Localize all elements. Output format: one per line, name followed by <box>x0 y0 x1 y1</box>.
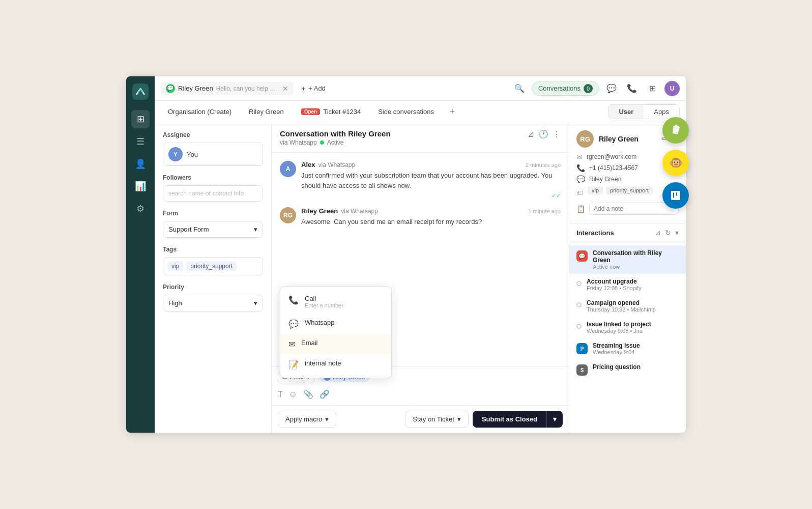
alex-avatar: A <box>280 161 296 177</box>
conversations-label: Conversations <box>538 84 581 92</box>
email-info-icon: ✉ <box>576 153 583 161</box>
active-tab[interactable]: 💬 Riley Green Hello, can you help me? ✕ <box>161 82 294 95</box>
internal-note-icon: 📝 <box>288 360 299 370</box>
add-tab-btn[interactable]: + <box>444 104 460 120</box>
tags-section: Tags vip priority_support <box>163 246 263 275</box>
search-btn[interactable]: 🔍 <box>511 80 528 97</box>
interaction-campaign[interactable]: Campaign opened Thursday 10:32 • Mailchi… <box>569 295 686 317</box>
interactions-expand-icon[interactable]: ▾ <box>675 229 679 237</box>
form-chevron-icon: ▾ <box>254 225 257 233</box>
interaction-account-upgrade[interactable]: Account upgrade Friday 12:08 • Shopify <box>569 274 686 295</box>
conversations-btn[interactable]: Conversations 0 <box>532 81 599 96</box>
interaction-streaming[interactable]: P Streaming issue Wednesday 9:04 <box>569 338 686 359</box>
call-option[interactable]: 📞 Call Enter a number <box>280 290 391 314</box>
tab-user-name: Riley Green <box>178 84 213 92</box>
message-row: A Alex via Whatsapp 2 minutes ago Just c… <box>280 161 561 199</box>
conversation-interaction-icon: 💬 <box>576 250 588 262</box>
form-select[interactable]: Support Form ▾ <box>163 221 263 238</box>
stay-on-ticket-btn[interactable]: Stay on Ticket ▾ <box>405 411 469 428</box>
interactions-header: Interactions ⊿ ↻ ▾ <box>569 223 686 242</box>
priority-select[interactable]: High ▾ <box>163 295 263 312</box>
interaction-pricing[interactable]: S Pricing question <box>569 359 686 380</box>
apps-right-tab[interactable]: Apps <box>644 105 679 119</box>
streaming-content: Streaming issue Wednesday 9:04 <box>593 342 679 355</box>
side-conversations-tab[interactable]: Side conversations <box>371 105 441 119</box>
app-logo[interactable] <box>132 83 149 100</box>
sidebar-contacts[interactable]: 👤 <box>131 155 150 173</box>
left-panel: Assignee Y You Followers search name or … <box>155 123 272 433</box>
user-tab-label: Riley Green <box>249 108 284 116</box>
riley-msg-time: 1 minute ago <box>528 208 561 214</box>
pricing-title: Pricing question <box>593 363 679 371</box>
text-format-icon[interactable]: T <box>278 390 283 399</box>
interactions-refresh-icon[interactable]: ↻ <box>665 229 671 237</box>
mailchimp-float-icon[interactable]: 🐵 <box>662 150 686 176</box>
tab-close-btn[interactable]: ✕ <box>282 84 288 93</box>
interaction-conversation[interactable]: 💬 Conversation with Riley Green Active n… <box>569 245 686 274</box>
sidebar-inbox[interactable]: ☰ <box>131 132 150 151</box>
account-upgrade-content: Account upgrade Friday 12:08 • Shopify <box>587 278 679 291</box>
conversation-channel: via Whatsapp <box>280 139 317 146</box>
trello-float-icon[interactable] <box>662 182 686 209</box>
msg-check-icon: ✓✓ <box>301 192 561 199</box>
interaction-issue[interactable]: Issue linked to project Wednesday 9:08 •… <box>569 317 686 338</box>
message-row: RG Riley Green via Whatsapp 1 minute ago… <box>280 207 561 227</box>
email-label: Email <box>301 339 318 347</box>
streaming-sub: Wednesday 9:04 <box>593 349 679 355</box>
apply-macro-btn[interactable]: Apply macro ▾ <box>278 411 336 428</box>
email-icon: ✉ <box>288 340 295 349</box>
sidebar-home[interactable]: ⊞ <box>131 110 150 128</box>
pricing-interaction-icon: S <box>576 364 588 376</box>
history-icon[interactable]: 🕐 <box>538 129 548 139</box>
campaign-content: Campaign opened Thursday 10:32 • Mailchi… <box>587 299 679 313</box>
ticket-tab[interactable]: Open Ticket #1234 <box>294 105 368 119</box>
attachment-icon[interactable]: 📎 <box>303 389 313 399</box>
org-tab-label: Organisation (Create) <box>168 108 231 116</box>
email-option[interactable]: ✉ Email <box>280 334 391 354</box>
grid-btn[interactable]: ⊞ <box>644 80 660 97</box>
org-tab[interactable]: Organisation (Create) <box>161 105 239 119</box>
whatsapp-info-icon: 💬 <box>576 175 585 183</box>
conversation-interaction-content: Conversation with Riley Green Active now <box>593 249 679 270</box>
tags-container: vip priority_support <box>163 257 263 275</box>
link-icon[interactable]: 🔗 <box>320 389 330 399</box>
campaign-sub: Thursday 10:32 • Mailchimp <box>587 306 679 313</box>
user-avatar[interactable]: U <box>664 81 680 96</box>
sidebar-settings[interactable]: ⚙ <box>131 200 150 218</box>
assignee-box[interactable]: Y You <box>163 143 263 166</box>
followers-input[interactable]: search name or contact info <box>163 185 263 202</box>
filter-icon[interactable]: ⊿ <box>528 129 534 139</box>
internal-note-option[interactable]: 📝 internal note <box>280 354 391 375</box>
more-icon[interactable]: ⋮ <box>553 129 561 139</box>
shopify-float-icon[interactable] <box>662 123 686 144</box>
interactions-filter-icon[interactable]: ⊿ <box>655 229 661 237</box>
internal-note-label: internal note <box>305 359 341 367</box>
conversation-status: Active <box>327 139 344 146</box>
emoji-icon[interactable]: ☺ <box>289 390 297 399</box>
submit-btn[interactable]: Submit as Closed ▾ <box>473 411 563 428</box>
submit-btn-arrow[interactable]: ▾ <box>547 411 563 428</box>
user-email: rgreen@work.com <box>587 153 636 160</box>
macro-chevron-icon: ▾ <box>325 415 329 423</box>
sidebar-reports[interactable]: 📊 <box>131 177 150 195</box>
phone-btn[interactable]: 📞 <box>624 80 640 97</box>
tab-message-preview: Hello, can you help me? <box>216 85 277 92</box>
user-tab[interactable]: Riley Green <box>242 105 291 119</box>
compose-tools: T ☺ 📎 🔗 <box>278 387 563 401</box>
conversation-title: Conversation with Riley Green <box>280 129 391 138</box>
issue-content: Issue linked to project Wednesday 9:08 •… <box>587 321 679 334</box>
main-content: 💬 Riley Green Hello, can you help me? ✕ … <box>155 76 686 433</box>
user-tag-vip: vip <box>588 186 603 194</box>
priority-section-label: Priority <box>163 284 263 291</box>
add-tab-icon: + <box>302 84 306 92</box>
conversation-interaction-sub: Active now <box>593 264 679 270</box>
campaign-dot <box>576 302 582 307</box>
add-tab-button[interactable]: + + Add <box>298 82 330 94</box>
apps-right-tab-label: Apps <box>654 108 669 116</box>
macro-label: Apply macro <box>285 415 322 423</box>
whatsapp-option[interactable]: 💬 Whatsapp <box>280 314 391 334</box>
streaming-title: Streaming issue <box>593 342 679 349</box>
tags-info-icon: 🏷 <box>576 189 584 197</box>
chat-status-btn[interactable]: 💬 <box>603 80 620 97</box>
user-right-tab[interactable]: User <box>608 105 644 119</box>
